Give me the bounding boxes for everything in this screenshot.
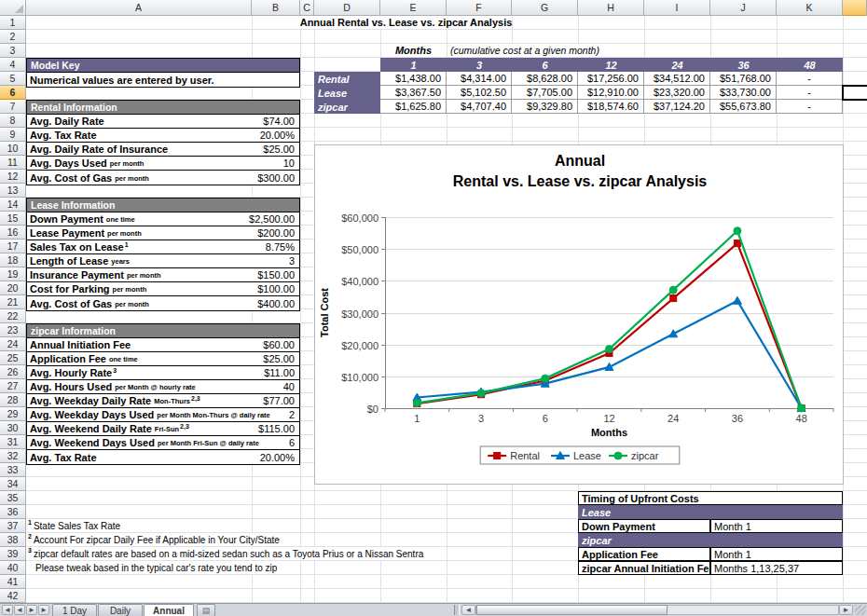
column-headers: ABCDEFGHIJK [26, 0, 867, 16]
row-header-12[interactable]: 12 [0, 170, 26, 184]
tab-scroll-last-icon[interactable]: ► [38, 605, 49, 615]
row-header-13[interactable]: 13 [0, 184, 26, 198]
column-header-D[interactable]: D [314, 0, 380, 16]
resize-grip [855, 605, 866, 615]
spreadsheet-window: ABCDEFGHIJK 1234567891011121314151617181… [0, 0, 867, 616]
row-header-37[interactable]: 37 [0, 519, 26, 533]
column-header-J[interactable]: J [710, 0, 777, 16]
sheet-grid[interactable]: Annual Rental vs. Lease vs. zipcar Analy… [26, 16, 867, 603]
row-header-41[interactable]: 41 [0, 575, 26, 589]
row-header-27[interactable]: 27 [0, 379, 26, 393]
column-header-A[interactable]: A [26, 0, 252, 16]
row-header-24[interactable]: 24 [0, 337, 26, 351]
row-header-8[interactable]: 8 [0, 114, 26, 128]
row-header-20[interactable]: 20 [0, 281, 26, 295]
row-header-17[interactable]: 17 [0, 240, 26, 253]
row-header-25[interactable]: 25 [0, 351, 26, 365]
row-header-31[interactable]: 31 [0, 435, 26, 449]
row-header-3[interactable]: 3 [0, 44, 26, 58]
column-header-I[interactable]: I [644, 0, 710, 16]
row-header-18[interactable]: 18 [0, 253, 26, 267]
row-header-42[interactable]: 42 [0, 589, 26, 603]
column-header-C[interactable]: C [300, 0, 314, 16]
row-header-5[interactable]: 5 [0, 72, 26, 86]
row-header-6[interactable]: 6 [0, 86, 26, 100]
row-header-11[interactable]: 11 [0, 156, 26, 170]
footnote-text: Account For zipcar Daily Fee if Applicab… [34, 535, 280, 545]
footnote-3: 3zipcar default rates are based on a mid… [28, 547, 427, 560]
footnote-1: 1State Sales Tax Rate [28, 519, 124, 532]
row-header-35[interactable]: 35 [0, 491, 26, 505]
row-header-29[interactable]: 29 [0, 407, 26, 421]
row-header-26[interactable]: 26 [0, 365, 26, 379]
row-header-40[interactable]: 40 [0, 561, 26, 575]
row-header-34[interactable]: 34 [0, 477, 26, 491]
footnote-superscript: 1 [28, 519, 32, 526]
footnote-text: State Sales Tax Rate [34, 521, 120, 531]
footnote-text: zipcar default rates are based on a mid-… [34, 549, 423, 559]
row-header-32[interactable]: 32 [0, 449, 26, 463]
row-header-7[interactable]: 7 [0, 100, 26, 114]
column-header-H[interactable]: H [578, 0, 644, 16]
footnotes: 1State Sales Tax Rate2Account For zipcar… [26, 16, 867, 603]
row-header-33[interactable]: 33 [0, 463, 26, 477]
row-header-2[interactable]: 2 [0, 30, 26, 44]
row-header-19[interactable]: 19 [0, 267, 26, 281]
footnote-2: 2Account For zipcar Daily Fee if Applica… [28, 533, 283, 546]
row-header-1[interactable]: 1 [0, 16, 26, 30]
insert-sheet-tab[interactable]: ▤ [197, 604, 215, 616]
column-header-partial[interactable] [843, 0, 867, 16]
select-all-corner[interactable] [0, 0, 26, 16]
tab-scroll-first-icon[interactable]: ◄ [2, 605, 13, 615]
hscroll-left-arrow[interactable]: ◄ [461, 605, 475, 615]
row-header-15[interactable]: 15 [0, 212, 26, 226]
sheet-tab-daily[interactable]: Daily [98, 604, 143, 616]
column-header-F[interactable]: F [447, 0, 512, 16]
active-cell-outline[interactable] [842, 85, 867, 101]
sheet-tab-1-day[interactable]: 1 Day [52, 604, 97, 616]
column-header-B[interactable]: B [252, 0, 300, 16]
row-header-16[interactable]: 16 [0, 226, 26, 240]
footnote-text: Please tweak based in the typical car's … [35, 563, 277, 573]
footnote-superscript: 3 [28, 547, 32, 554]
hscroll-thumb[interactable] [476, 605, 667, 615]
tab-scroll-prev-icon[interactable]: ◄ [14, 605, 25, 615]
row-header-38[interactable]: 38 [0, 533, 26, 547]
row-header-39[interactable]: 39 [0, 547, 26, 561]
column-header-G[interactable]: G [512, 0, 578, 16]
row-header-28[interactable]: 28 [0, 393, 26, 407]
row-header-4[interactable]: 4 [0, 58, 26, 72]
sheet-tab-bar: ◄◄►►1 DayDailyAnnual▤◄► [0, 603, 867, 616]
row-header-14[interactable]: 14 [0, 198, 26, 212]
row-header-22[interactable]: 22 [0, 309, 26, 323]
row-header-30[interactable]: 30 [0, 421, 26, 435]
row-header-36[interactable]: 36 [0, 505, 26, 519]
footnote-superscript: 2 [28, 533, 32, 540]
column-header-K[interactable]: K [777, 0, 843, 16]
row-header-21[interactable]: 21 [0, 295, 26, 309]
column-header-E[interactable]: E [380, 0, 447, 16]
tab-scroll-next-icon[interactable]: ► [26, 605, 37, 615]
row-headers: 1234567891011121314151617181920212223242… [0, 16, 26, 603]
row-header-23[interactable]: 23 [0, 323, 26, 337]
sheet-tab-annual[interactable]: Annual [144, 604, 194, 616]
hscroll-right-arrow[interactable]: ► [839, 605, 853, 615]
tab-split-handle[interactable] [454, 605, 460, 615]
row-header-9[interactable]: 9 [0, 128, 26, 142]
row-header-10[interactable]: 10 [0, 142, 26, 156]
footnote-4: Please tweak based in the typical car's … [28, 561, 281, 574]
